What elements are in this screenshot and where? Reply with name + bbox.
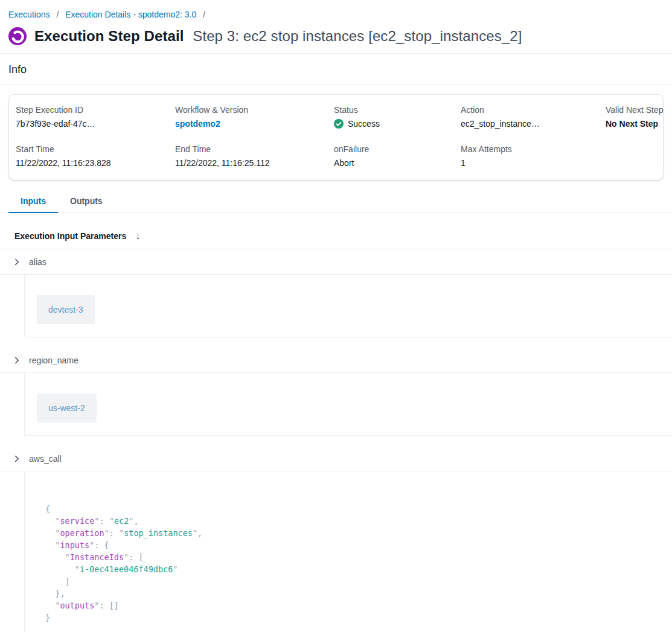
tabs: Inputs Outputs — [0, 193, 672, 212]
page-header: Execution Step Detail Step 3: ec2 stop i… — [8, 27, 664, 45]
field-label: End Time — [175, 144, 334, 154]
code-line: { — [45, 503, 672, 515]
breadcrumb-separator: / — [203, 10, 205, 19]
workflow-link[interactable]: spotdemo2 — [175, 119, 334, 129]
aws-call-code-block: { "service": "ec2", "operation": "stop_i… — [45, 503, 672, 624]
expander-label: alias — [29, 257, 46, 267]
info-field-onfailure: onFailure Abort — [334, 144, 461, 168]
expander-alias[interactable]: alias — [0, 249, 672, 275]
field-label: Valid Next Step — [606, 105, 663, 115]
info-field-valid-next-step: Valid Next Step No Next Step — [606, 105, 663, 129]
info-field-step-execution-id: Step Execution ID 7b73f93e-edaf-47c… — [16, 105, 175, 129]
code-line: "service": "ec2", — [45, 515, 672, 527]
header-divider — [0, 53, 672, 54]
chevron-right-icon — [13, 455, 21, 462]
info-heading: Info — [8, 63, 664, 76]
code-line: ] — [45, 575, 672, 587]
field-label: Workflow & Version — [175, 105, 334, 115]
info-field-end-time: End Time 11/22/2022, 11:16:25.112 — [175, 144, 334, 168]
region-name-value-panel: us-west-2 — [24, 373, 672, 436]
alias-value-chip: devtest-3 — [37, 295, 95, 324]
breadcrumb-link-execution-details[interactable]: Execution Details - spotdemo2: 3.0 — [65, 10, 196, 19]
expander-region-name[interactable]: region_name — [0, 348, 672, 373]
down-arrow-icon[interactable]: ↓ — [135, 231, 140, 241]
info-field-action: Action ec2_stop_instance… — [461, 105, 606, 129]
field-value: 7b73f93e-edaf-47c… — [16, 119, 175, 129]
alias-value-panel: devtest-3 — [24, 275, 672, 337]
expander-aws-call[interactable]: aws_call — [0, 446, 672, 471]
code-line: "outputs": [] — [45, 599, 672, 611]
field-value: 11/22/2022, 11:16:23.828 — [16, 158, 175, 168]
breadcrumb: Executions / Execution Details - spotdem… — [0, 0, 672, 19]
code-line: "inputs": { — [45, 539, 672, 551]
field-label: Action — [461, 105, 606, 115]
field-label: onFailure — [334, 144, 461, 154]
code-line: "operation": "stop_instances", — [45, 527, 672, 539]
chevron-right-icon — [13, 357, 21, 364]
field-label: Max Attempts — [461, 144, 606, 154]
field-value: 1 — [461, 158, 606, 168]
region-name-value-chip: us-west-2 — [37, 394, 97, 423]
page-subtitle: Step 3: ec2 stop instances [ec2_stop_ins… — [193, 28, 522, 44]
info-field-status: Status Success — [334, 105, 461, 129]
breadcrumb-separator: / — [56, 10, 59, 19]
info-card: Step Execution ID 7b73f93e-edaf-47c… Wor… — [8, 94, 664, 180]
chevron-right-icon — [13, 258, 21, 266]
success-status-icon — [334, 119, 344, 129]
info-grid: Step Execution ID 7b73f93e-edaf-47c… Wor… — [16, 105, 657, 168]
info-field-max-attempts: Max Attempts 1 — [461, 144, 606, 168]
workflow-brand-icon — [8, 27, 27, 45]
info-field-empty — [606, 144, 663, 168]
aws-call-value-panel: { "service": "ec2", "operation": "stop_i… — [24, 471, 672, 632]
code-line: }, — [45, 587, 672, 599]
tab-outputs[interactable]: Outputs — [58, 193, 115, 212]
tab-inputs[interactable]: Inputs — [8, 193, 58, 213]
section-title: Execution Input Parameters — [14, 231, 126, 241]
code-line: "InstanceIds": [ — [45, 551, 672, 563]
page-title: Execution Step Detail — [34, 28, 184, 44]
expander-label: aws_call — [29, 454, 62, 464]
field-value: Abort — [334, 158, 461, 168]
status-text: Success — [348, 119, 380, 129]
info-field-workflow-version: Workflow & Version spotdemo2 — [175, 105, 334, 129]
field-value: 11/22/2022, 11:16:25.112 — [175, 158, 334, 168]
field-label: Step Execution ID — [16, 105, 175, 115]
execution-input-parameters-header: Execution Input Parameters ↓ — [0, 223, 672, 249]
code-line: "i-0ec41ee046f49dbc6" — [45, 563, 672, 575]
info-divider — [0, 84, 672, 85]
breadcrumb-link-executions[interactable]: Executions — [8, 10, 50, 19]
field-value: No Next Step — [606, 119, 663, 129]
expander-label: region_name — [29, 356, 78, 365]
code-line: } — [45, 611, 672, 624]
field-label: Start Time — [16, 144, 175, 154]
execution-step-detail-page: Executions / Execution Details - spotdem… — [0, 0, 672, 632]
field-value: ec2_stop_instance… — [461, 119, 606, 129]
info-field-start-time: Start Time 11/22/2022, 11:16:23.828 — [16, 144, 175, 168]
field-label: Status — [334, 105, 461, 115]
